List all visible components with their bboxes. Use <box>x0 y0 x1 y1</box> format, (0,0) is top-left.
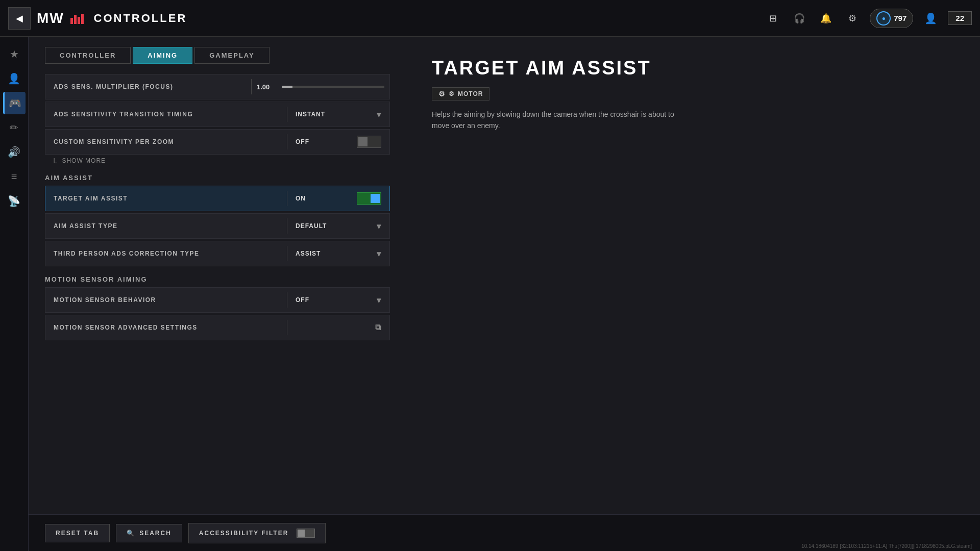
slider-fill <box>282 86 292 88</box>
logo-text: MW <box>37 10 84 27</box>
setting-aim-assist-type: AIM ASSIST TYPE DEFAULT ▾ <box>45 213 390 239</box>
slider-track[interactable] <box>282 86 384 88</box>
setting-ads-sensitivity-transition: ADS SENSITIVITY TRANSITION TIMING INSTAN… <box>45 102 390 127</box>
third-person-ads-label: THIRD PERSON ADS CORRECTION TYPE <box>45 250 287 257</box>
target-aim-assist-value[interactable]: ON <box>287 192 389 205</box>
motion-sensor-advanced-value[interactable]: ⧉ <box>287 323 389 332</box>
page-title: CONTROLLER <box>94 12 187 25</box>
accessibility-filter-button[interactable]: ACCESSIBILITY FILTER <box>188 523 326 543</box>
accessibility-label: ACCESSIBILITY FILTER <box>199 530 289 537</box>
badge-icon: ⚙ <box>449 90 455 97</box>
tab-controller[interactable]: CONTROLLER <box>45 47 131 64</box>
bell-icon[interactable]: 🔔 <box>817 9 835 28</box>
currency-display: ● 797 <box>870 9 913 28</box>
info-panel: TARGET AIM ASSIST ⚙ MOTOR Helps the aimi… <box>406 37 980 551</box>
badge-label: MOTOR <box>458 90 483 97</box>
setting-target-aim-assist: TARGET AIM ASSIST ON <box>45 186 390 211</box>
topbar-right: ⊞ 🎧 🔔 ⚙ ● 797 👤 22 <box>764 9 972 28</box>
logo-bar-1 <box>70 18 73 24</box>
sidebar: ★ 👤 🎮 ✏ 🔊 ≡ 📡 <box>0 37 29 551</box>
main-content: CONTROLLER AIMING GAMEPLAY ADS SENS. MUL… <box>29 37 980 551</box>
topbar: ◀ MW CONTROLLER ⊞ 🎧 🔔 ⚙ ● 797 👤 22 <box>0 0 980 37</box>
reset-tab-label: RESET TAB <box>56 530 99 537</box>
logo-bar-2 <box>74 15 77 24</box>
ads-sens-label: ADS SENS. MULTIPLIER (FOCUS) <box>45 83 251 90</box>
search-button[interactable]: 🔍 SEARCH <box>116 524 182 542</box>
sidebar-item-favorites[interactable]: ★ <box>3 43 26 65</box>
slider-value: 1.00 <box>257 83 277 91</box>
aim-assist-type-value[interactable]: DEFAULT ▾ <box>287 221 389 231</box>
tab-aiming[interactable]: AIMING <box>133 47 192 64</box>
sidebar-item-controller[interactable]: 🎮 <box>3 92 26 114</box>
slider-container[interactable]: 1.00 <box>252 83 389 91</box>
logo-bar-4 <box>81 14 84 24</box>
grid-icon[interactable]: ⊞ <box>764 9 782 28</box>
person-icon[interactable]: 👤 <box>921 9 940 28</box>
info-description: Helps the aiming by slowing down the cam… <box>432 109 687 132</box>
motion-sensor-header: MOTION SENSOR AIMING <box>45 276 390 283</box>
sidebar-item-network[interactable]: 📡 <box>3 190 26 212</box>
logo-bars <box>70 14 84 24</box>
dropdown-arrow-icon: ▾ <box>377 249 381 259</box>
logo-bar-3 <box>78 17 80 24</box>
custom-sensitivity-toggle[interactable] <box>357 136 381 148</box>
ads-transition-value[interactable]: INSTANT ▾ <box>287 110 389 119</box>
level-number: 22 <box>955 14 964 22</box>
motion-sensor-behavior-label: MOTION SENSOR BEHAVIOR <box>45 296 287 304</box>
settings-panel: CONTROLLER AIMING GAMEPLAY ADS SENS. MUL… <box>29 37 406 551</box>
info-badge: ⚙ MOTOR <box>432 87 489 101</box>
sidebar-item-interface[interactable]: ≡ <box>3 165 26 188</box>
version-text: 10.14.18604189 [32:103:11215+11:A] Thu[7… <box>801 543 972 549</box>
setting-motion-sensor-advanced[interactable]: MOTION SENSOR ADVANCED SETTINGS ⧉ <box>45 315 390 340</box>
aim-assist-type-label: AIM ASSIST TYPE <box>45 222 287 230</box>
dropdown-arrow-icon: ▾ <box>377 110 381 119</box>
setting-motion-sensor-behavior: MOTION SENSOR BEHAVIOR OFF ▾ <box>45 287 390 313</box>
logo-area: MW CONTROLLER <box>37 10 764 27</box>
show-more-row[interactable]: SHOW MORE <box>45 157 390 165</box>
motion-sensor-advanced-label: MOTION SENSOR ADVANCED SETTINGS <box>45 324 287 331</box>
external-link-icon: ⧉ <box>375 323 381 332</box>
setting-ads-sens-multiplier: ADS SENS. MULTIPLIER (FOCUS) 1.00 <box>45 74 390 99</box>
currency-circle: ● <box>876 11 891 26</box>
ads-transition-label: ADS SENSITIVITY TRANSITION TIMING <box>45 111 287 118</box>
target-aim-assist-label: TARGET AIM ASSIST <box>45 195 287 202</box>
search-label: SEARCH <box>139 530 172 537</box>
show-more-label: SHOW MORE <box>62 157 106 164</box>
tab-bar: CONTROLLER AIMING GAMEPLAY <box>45 47 390 64</box>
info-title: TARGET AIM ASSIST <box>432 57 954 79</box>
aim-assist-header: AIM ASSIST <box>45 174 390 182</box>
custom-sensitivity-value[interactable]: OFF <box>287 136 389 148</box>
setting-custom-sensitivity: CUSTOM SENSITIVITY PER ZOOM OFF <box>45 129 390 155</box>
sidebar-item-profile[interactable]: 👤 <box>3 67 26 90</box>
accessibility-toggle[interactable] <box>297 529 315 538</box>
currency-amount: 797 <box>894 14 906 22</box>
dropdown-arrow-icon: ▾ <box>377 295 381 305</box>
player-level: 22 <box>948 11 972 25</box>
back-icon: ◀ <box>16 13 23 24</box>
tab-gameplay[interactable]: GAMEPLAY <box>194 47 269 64</box>
motion-sensor-behavior-value[interactable]: OFF ▾ <box>287 295 389 305</box>
third-person-ads-value[interactable]: ASSIST ▾ <box>287 249 389 259</box>
search-icon: 🔍 <box>127 530 135 537</box>
back-button[interactable]: ◀ <box>8 7 31 30</box>
sidebar-item-edit[interactable]: ✏ <box>3 116 26 139</box>
sidebar-item-audio[interactable]: 🔊 <box>3 141 26 163</box>
setting-third-person-ads: THIRD PERSON ADS CORRECTION TYPE ASSIST … <box>45 241 390 266</box>
target-aim-assist-toggle[interactable] <box>357 192 381 205</box>
headphone-icon[interactable]: 🎧 <box>790 9 808 28</box>
custom-sensitivity-label: CUSTOM SENSITIVITY PER ZOOM <box>45 138 287 145</box>
reset-tab-button[interactable]: RESET TAB <box>45 524 110 542</box>
dropdown-arrow-icon: ▾ <box>377 221 381 231</box>
gear-icon[interactable]: ⚙ <box>843 9 862 28</box>
